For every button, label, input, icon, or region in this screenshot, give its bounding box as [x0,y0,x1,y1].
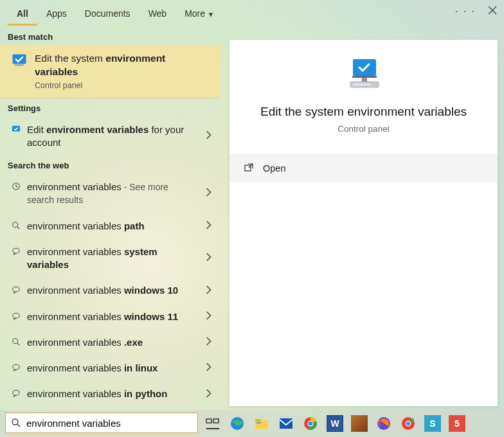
svg-point-11 [13,391,20,396]
svg-point-7 [13,287,20,292]
best-match-subtitle: Control panel [35,80,195,91]
chevron-right-icon [204,220,213,232]
word-icon[interactable]: W [325,414,345,433]
svg-rect-15 [362,78,367,82]
chevron-right-icon [204,311,213,323]
search-filter-tabs: All Apps Documents Web More▼ [0,0,504,27]
ellipsis-icon[interactable]: · · · [455,6,476,17]
preview-pane: Edit the system environment variables Co… [230,40,498,406]
best-match-title-pre: Edit the system [35,53,105,64]
web-result-2[interactable]: environment variables system variables [0,239,221,278]
tab-more-label: More [184,8,205,19]
snagit-icon[interactable]: S [423,414,442,433]
web-result-4[interactable]: environment variables windows 11 [0,304,221,330]
close-icon[interactable] [487,5,498,18]
results-list: Best match Edit the system environment v… [0,27,221,410]
task-view-icon[interactable] [203,414,222,433]
chevron-right-icon [204,253,213,264]
chevron-right-icon [204,362,213,374]
chat-icon [9,247,23,256]
svg-rect-21 [206,428,219,429]
svg-rect-26 [280,418,292,429]
tab-apps[interactable]: Apps [37,2,76,26]
web-result-6[interactable]: environment variables in linux [0,355,221,381]
svg-point-6 [13,248,20,253]
control-panel-icon [9,52,30,70]
web-result-3[interactable]: environment variables windows 10 [0,278,221,303]
section-search-web: Search the web [0,156,221,174]
settings-icon [9,125,23,134]
chevron-down-icon: ▼ [208,11,214,18]
web-result-7[interactable]: environment variables in python [0,381,221,407]
search-icon [9,221,23,230]
firefox-icon[interactable] [374,414,393,433]
svg-point-33 [406,422,410,425]
svg-rect-17 [353,84,371,85]
svg-rect-20 [213,419,219,423]
svg-rect-0 [13,55,26,64]
svg-rect-24 [255,419,261,422]
svg-rect-25 [256,422,261,424]
preview-title: Edit the system environment variables [230,104,498,120]
action-open-label: Open [263,163,285,174]
search-icon [9,337,23,346]
svg-point-9 [13,339,18,344]
chat-icon [9,312,23,321]
tab-more[interactable]: More▼ [176,2,223,26]
chrome-alt-icon[interactable] [399,414,418,433]
svg-rect-2 [18,64,21,66]
svg-point-34 [410,418,414,422]
svg-rect-3 [12,125,20,131]
tab-all[interactable]: All [8,2,37,26]
search-box[interactable] [5,413,198,433]
search-icon [11,418,21,428]
tab-web[interactable]: Web [140,2,176,26]
edge-icon[interactable] [228,414,247,433]
mail-icon[interactable] [276,414,296,433]
chevron-right-icon [204,130,213,142]
action-open[interactable]: Open [230,155,498,183]
chevron-right-icon [204,285,213,297]
section-best-match: Best match [0,27,221,46]
svg-point-5 [13,222,18,227]
best-match-result[interactable]: Edit the system environment variables Co… [0,46,221,98]
chevron-right-icon [204,337,213,348]
svg-rect-19 [206,419,212,423]
svg-rect-18 [245,165,251,171]
chat-icon [9,363,23,372]
chrome-icon[interactable] [301,414,320,433]
web-result-1[interactable]: environment variables path [0,213,221,239]
web-result-0[interactable]: environment variables - See more search … [0,174,221,213]
chat-icon [9,285,23,294]
chevron-right-icon [204,389,213,400]
svg-point-10 [13,364,20,370]
app-tile-icon[interactable] [350,414,369,433]
svg-rect-14 [352,76,377,78]
search-input[interactable] [26,418,192,429]
settings-result-edit-env[interactable]: Edit environment variables for your acco… [0,117,221,156]
chevron-right-icon [204,188,213,199]
explorer-icon[interactable] [252,414,271,433]
svg-point-35 [12,419,18,425]
open-icon [244,163,254,175]
tab-documents[interactable]: Documents [76,2,140,26]
preview-subtitle: Control panel [230,124,498,134]
svg-point-8 [13,313,20,318]
chat-icon [9,389,23,398]
web-result-5[interactable]: environment variables .exe [0,330,221,355]
preview-actions: Open [230,154,498,183]
svg-point-29 [309,422,313,426]
snagit-editor-icon[interactable]: 5 [447,414,467,433]
section-settings: Settings [0,98,221,117]
preview-icon [230,58,498,91]
history-icon [9,182,23,191]
